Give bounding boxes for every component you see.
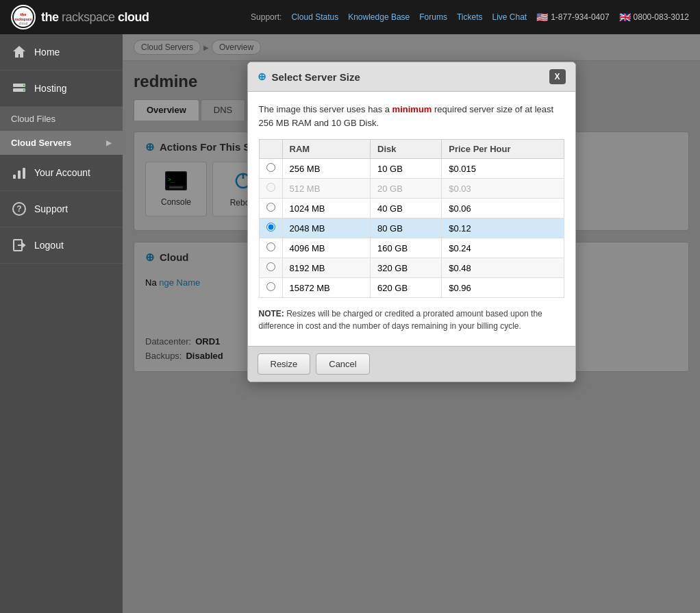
support-icon: ? xyxy=(11,201,27,217)
disk-cell: 620 GB xyxy=(371,278,442,298)
modal-title-icon: ⊕ xyxy=(258,71,266,83)
topbar-right: Support: Cloud Status Knowledge Base For… xyxy=(251,12,689,23)
table-header-ram: RAM xyxy=(282,140,371,159)
modal-title: ⊕ Select Server Size xyxy=(258,71,360,83)
logo-text: the rackspace cloud xyxy=(41,10,149,25)
sidebar-submenu: Cloud Files Cloud Servers ▶ xyxy=(0,107,123,155)
live-chat-link[interactable]: Live Chat xyxy=(492,12,527,22)
table-header-radio xyxy=(259,140,282,159)
modal: ⊕ Select Server Size X The image this se… xyxy=(247,62,576,382)
size-radio-1[interactable] xyxy=(266,183,275,192)
size-radio-0[interactable] xyxy=(266,163,275,172)
phone-uk: 🇬🇧 0800-083-3012 xyxy=(619,12,689,23)
modal-footer: Resize Cancel xyxy=(248,346,575,381)
size-table-body: 256 MB10 GB$0.015512 MB20 GB$0.031024 MB… xyxy=(259,159,564,298)
svg-rect-11 xyxy=(23,168,25,179)
disk-cell: 10 GB xyxy=(371,159,442,179)
content: redmine Overview DNS Images Diagnostics … xyxy=(123,61,700,391)
svg-text:cloud: cloud xyxy=(18,21,27,25)
sidebar-item-home[interactable]: Home xyxy=(0,34,123,71)
svg-point-8 xyxy=(23,89,25,90)
size-radio-2[interactable] xyxy=(266,203,275,212)
sidebar-support-label: Support xyxy=(34,203,68,214)
svg-text:the: the xyxy=(21,12,27,16)
price-cell: $0.12 xyxy=(442,218,564,238)
ram-cell: 4096 MB xyxy=(282,238,371,258)
table-row[interactable]: 512 MB20 GB$0.03 xyxy=(259,179,564,199)
size-radio-4[interactable] xyxy=(266,242,275,251)
disk-cell: 40 GB xyxy=(371,199,442,218)
ram-cell: 8192 MB xyxy=(282,258,371,278)
sidebar-item-cloud-servers[interactable]: Cloud Servers ▶ xyxy=(0,131,123,155)
table-row[interactable]: 2048 MB80 GB$0.12 xyxy=(259,218,564,238)
note-label: NOTE: xyxy=(259,309,284,318)
table-row[interactable]: 1024 MB40 GB$0.06 xyxy=(259,199,564,218)
price-cell: $0.48 xyxy=(442,258,564,278)
sidebar-hosting-label: Hosting xyxy=(34,83,66,94)
svg-point-7 xyxy=(23,84,25,86)
ram-cell: 2048 MB xyxy=(282,218,371,238)
ram-cell: 1024 MB xyxy=(282,199,371,218)
account-icon xyxy=(11,164,27,181)
tickets-link[interactable]: Tickets xyxy=(457,12,483,22)
knowledge-base-link[interactable]: Knowledge Base xyxy=(348,12,410,22)
size-radio-5[interactable] xyxy=(266,262,275,271)
sidebar-logout-label: Logout xyxy=(34,240,64,251)
cloud-servers-label: Cloud Servers xyxy=(11,138,71,148)
ram-cell: 256 MB xyxy=(282,159,371,179)
ram-cell: 512 MB xyxy=(282,179,371,199)
disk-cell: 320 GB xyxy=(371,258,442,278)
sidebar-item-support[interactable]: ? Support xyxy=(0,191,123,227)
modal-close-button[interactable]: X xyxy=(549,69,566,84)
cloud-files-label: Cloud Files xyxy=(11,114,55,124)
table-row[interactable]: 256 MB10 GB$0.015 xyxy=(259,159,564,179)
modal-body: The image this server uses has a minimum… xyxy=(248,92,575,346)
us-flag-icon: 🇺🇸 xyxy=(536,12,548,23)
table-header-price: Price Per Hour xyxy=(442,140,564,159)
sidebar-item-cloud-files[interactable]: Cloud Files xyxy=(0,107,123,131)
forums-link[interactable]: Forums xyxy=(419,12,447,22)
table-row[interactable]: 4096 MB160 GB$0.24 xyxy=(259,238,564,258)
sidebar-home-label: Home xyxy=(34,47,60,58)
modal-desc-highlight: minimum xyxy=(392,104,432,114)
resize-button[interactable]: Resize xyxy=(258,353,311,375)
support-label: Support: xyxy=(251,12,282,22)
chevron-right-icon: ▶ xyxy=(106,139,112,147)
layout: Home Hosting Cloud Files Cloud Servers ▶ xyxy=(0,34,700,613)
size-radio-3[interactable] xyxy=(266,223,275,232)
sidebar: Home Hosting Cloud Files Cloud Servers ▶ xyxy=(0,34,123,613)
table-row[interactable]: 8192 MB320 GB$0.48 xyxy=(259,258,564,278)
logo: the rackspace cloud the rackspace cloud xyxy=(11,5,149,29)
modal-title-text: Select Server Size xyxy=(272,71,360,83)
modal-description: The image this server uses has a minimum… xyxy=(259,103,564,129)
size-table: RAM Disk Price Per Hour 256 MB10 GB$0.01… xyxy=(259,139,564,298)
hosting-icon xyxy=(11,80,27,97)
phone-us: 🇺🇸 1-877-934-0407 xyxy=(536,12,609,23)
topbar: the rackspace cloud the rackspace cloud … xyxy=(0,0,700,34)
logo-icon: the rackspace cloud xyxy=(11,5,36,29)
ram-cell: 15872 MB xyxy=(282,278,371,298)
sidebar-item-hosting[interactable]: Hosting xyxy=(0,71,123,107)
logout-icon xyxy=(11,237,27,253)
disk-cell: 160 GB xyxy=(371,238,442,258)
disk-cell: 80 GB xyxy=(371,218,442,238)
size-radio-6[interactable] xyxy=(266,282,275,291)
price-cell: $0.06 xyxy=(442,199,564,218)
table-header-disk: Disk xyxy=(371,140,442,159)
cloud-status-link[interactable]: Cloud Status xyxy=(291,12,338,22)
svg-rect-10 xyxy=(18,171,21,179)
note-text: Resizes will be charged or credited a pr… xyxy=(259,309,542,331)
disk-cell: 20 GB xyxy=(371,179,442,199)
uk-flag-icon: 🇬🇧 xyxy=(619,12,631,23)
sidebar-item-your-account[interactable]: Your Account xyxy=(0,155,123,191)
price-cell: $0.03 xyxy=(442,179,564,199)
table-row[interactable]: 15872 MB620 GB$0.96 xyxy=(259,278,564,298)
price-cell: $0.24 xyxy=(442,238,564,258)
main-content: Cloud Servers ▶ Overview redmine Overvie… xyxy=(123,34,700,613)
modal-note: NOTE: Resizes will be charged or credite… xyxy=(259,308,564,332)
cancel-button[interactable]: Cancel xyxy=(316,353,369,375)
modal-overlay: ⊕ Select Server Size X The image this se… xyxy=(123,34,700,613)
svg-text:?: ? xyxy=(16,204,21,214)
sidebar-item-logout[interactable]: Logout xyxy=(0,227,123,264)
home-icon xyxy=(11,44,27,60)
